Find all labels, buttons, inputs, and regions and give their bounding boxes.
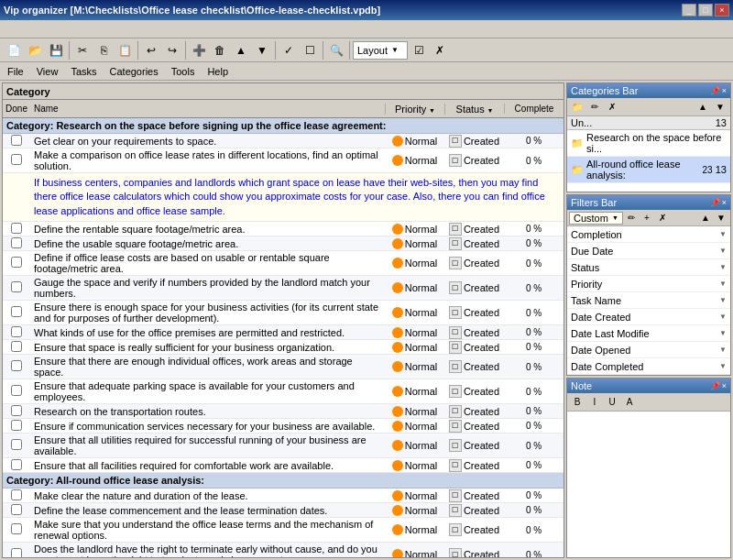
task-checkbox-cell [3, 135, 30, 148]
note-italic-button[interactable]: I [586, 395, 603, 410]
task-checkbox[interactable] [11, 341, 22, 352]
menu-item-file[interactable]: File [2, 64, 29, 79]
filter-field-row[interactable]: Date Last Modifie▼ [567, 325, 730, 342]
close-note-icon[interactable]: × [722, 381, 727, 390]
menu-item-categories[interactable]: Categories [104, 64, 164, 79]
pin-icon[interactable]: 📌 [710, 86, 720, 95]
priority-icon [392, 505, 403, 516]
cat-edit-button[interactable]: ✏ [586, 100, 603, 115]
category-item-2[interactable]: 📁 All-round office lease analysis: 23 13 [567, 157, 730, 183]
filter-up-button[interactable]: ▲ [698, 212, 713, 225]
pin-filters-icon[interactable]: 📌 [710, 198, 720, 207]
filter-field-row[interactable]: Date Created▼ [567, 309, 730, 325]
task-checkbox[interactable] [11, 459, 22, 470]
view1-button[interactable]: ☑ [409, 40, 429, 60]
priority-label: Normal [405, 224, 437, 235]
filter-edit-button[interactable]: ✏ [624, 212, 639, 225]
close-filters-icon[interactable]: × [722, 198, 727, 207]
categories-content: 📁 Research on the space before si... 📁 A… [567, 130, 730, 183]
task-name-cell: Make sure that you understand the office… [30, 518, 385, 542]
priority-label: Normal [405, 361, 437, 372]
filter-button[interactable]: 🔍 [326, 40, 346, 60]
menu-item-help[interactable]: Help [202, 64, 234, 79]
status-icon: ☐ [449, 459, 462, 472]
filter-preset-select[interactable]: Custom ▼ [569, 212, 623, 225]
col-header-done: Done [3, 104, 30, 114]
col-header-priority[interactable]: Priority ▼ [385, 104, 444, 115]
down-button[interactable]: ▼ [252, 40, 272, 60]
col-header-status[interactable]: Status ▼ [444, 104, 504, 115]
category-item-1[interactable]: 📁 Research on the space before si... [567, 130, 730, 157]
task-status-cell: ☐Created [444, 135, 504, 148]
status-label: Created [464, 386, 499, 397]
task-checkbox[interactable] [11, 548, 22, 557]
undo-button[interactable]: ↩ [141, 40, 161, 60]
status-label: Created [464, 460, 499, 471]
filter-field-row[interactable]: Task Name▼ [567, 292, 730, 309]
filter-field-expand-icon: ▼ [719, 296, 727, 304]
task-checkbox[interactable] [11, 489, 22, 500]
filter-delete-button[interactable]: ✗ [655, 212, 670, 225]
note-area: Note 📌 × B I U A [566, 378, 731, 558]
filter-add-button[interactable]: + [640, 212, 654, 225]
delete-button[interactable]: 🗑 [210, 40, 230, 60]
minimize-button[interactable]: _ [682, 4, 696, 16]
filter-field-row[interactable]: Completion▼ [567, 226, 730, 243]
filter-field-row[interactable]: Due Date▼ [567, 243, 730, 259]
task-checkbox[interactable] [11, 135, 22, 146]
cat-add-button[interactable]: 📁 [569, 100, 585, 115]
add-task-button[interactable]: ➕ [189, 40, 209, 60]
task-checkbox[interactable] [11, 237, 22, 248]
open-button[interactable]: 📂 [25, 40, 45, 60]
task-name-cell: Ensure if communication services necessa… [30, 420, 385, 433]
close-button[interactable]: × [715, 4, 729, 16]
note-input[interactable] [567, 412, 730, 557]
task-checkbox[interactable] [11, 326, 22, 337]
paste-button[interactable]: 📋 [115, 40, 135, 60]
redo-button[interactable]: ↪ [162, 40, 182, 60]
cat-down-button[interactable]: ▼ [712, 100, 728, 115]
filter-field-row[interactable]: Status▼ [567, 259, 730, 276]
filter-field-row[interactable]: Date Completed▼ [567, 358, 730, 375]
save-button[interactable]: 💾 [46, 40, 66, 60]
layout-selector[interactable]: Layout ▼ [353, 41, 408, 60]
task-checkbox[interactable] [11, 223, 22, 234]
filter-down-button[interactable]: ▼ [714, 212, 728, 225]
note-underline-button[interactable]: U [604, 395, 620, 410]
up-button[interactable]: ▲ [231, 40, 251, 60]
filter-field-row[interactable]: Priority▼ [567, 276, 730, 292]
note-bold-button[interactable]: B [569, 395, 585, 410]
task-checkbox[interactable] [11, 385, 22, 396]
task-status-cell: ☐Created [444, 281, 504, 294]
task-checkbox[interactable] [11, 306, 22, 317]
task-checkbox[interactable] [11, 257, 22, 268]
filter-field-row[interactable]: Date Opened▼ [567, 342, 730, 358]
task-checkbox[interactable] [11, 405, 22, 416]
task-checkbox[interactable] [11, 523, 22, 534]
maximize-button[interactable]: □ [698, 4, 713, 16]
copy-button[interactable]: ⎘ [93, 40, 114, 60]
task-checkbox[interactable] [11, 360, 22, 371]
check-button[interactable]: ✓ [279, 40, 299, 60]
filter-preset-arrow: ▼ [612, 214, 618, 221]
task-checkbox[interactable] [11, 420, 22, 431]
task-priority-cell: Normal [385, 238, 444, 249]
uncheck-button[interactable]: ☐ [300, 40, 320, 60]
task-checkbox[interactable] [11, 281, 22, 292]
menu-item-tasks[interactable]: Tasks [65, 64, 102, 79]
task-checkbox[interactable] [11, 439, 22, 450]
task-checkbox[interactable] [11, 504, 22, 515]
note-color-button[interactable]: A [621, 395, 638, 410]
new-button[interactable]: 📄 [4, 40, 24, 60]
cat-up-button[interactable]: ▲ [695, 100, 711, 115]
menu-item-view[interactable]: View [31, 64, 64, 79]
task-name-cell: Define the usable square footage/metric … [30, 237, 385, 250]
menu-item-tools[interactable]: Tools [166, 64, 201, 79]
close-categories-icon[interactable]: × [722, 86, 727, 95]
pin-note-icon[interactable]: 📌 [710, 381, 720, 390]
cat-delete-button[interactable]: ✗ [604, 100, 620, 115]
cut-button[interactable]: ✂ [72, 40, 93, 60]
delete2-button[interactable]: ✗ [430, 40, 450, 60]
task-checkbox[interactable] [11, 154, 22, 165]
status-label: Created [464, 342, 499, 353]
